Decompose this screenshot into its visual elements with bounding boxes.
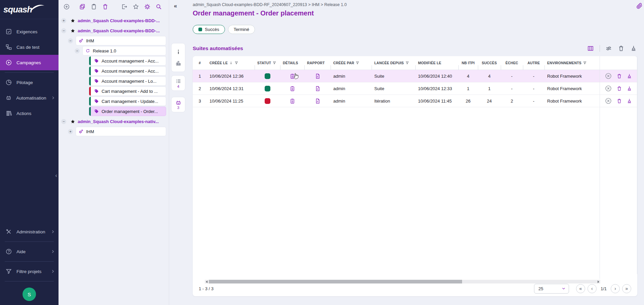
expand-toggle[interactable]: − <box>61 28 66 33</box>
sort-desc-icon[interactable] <box>229 61 233 65</box>
suite-node[interactable]: Cart management - Update... <box>89 97 166 106</box>
stop-execution-icon[interactable] <box>605 85 612 92</box>
info-icon[interactable] <box>175 49 182 55</box>
column-label: NB ITPI <box>462 61 475 65</box>
sidebar-item-campagnes[interactable]: Campagnes <box>0 55 59 70</box>
clean-row-icon[interactable] <box>627 73 632 79</box>
delete-button[interactable] <box>102 3 109 10</box>
bar-chart-icon[interactable] <box>175 60 182 66</box>
column-header-autre[interactable]: AUTRE <box>523 61 544 65</box>
sidebar-item-actions[interactable]: Actions <box>0 106 59 121</box>
paperclip-icon[interactable] <box>636 2 643 9</box>
suite-node[interactable]: Cart management - Add to ... <box>89 86 166 96</box>
stop-execution-icon[interactable] <box>605 72 612 80</box>
sidebar-item-administration[interactable]: Administration <box>0 224 59 239</box>
column-header-nb-itpi[interactable]: NB ITPI <box>458 61 478 65</box>
column-label: CRÉÉE PAR <box>333 61 354 65</box>
expand-toggle[interactable]: − <box>61 119 66 124</box>
suite-node[interactable]: Account management - Acc... <box>89 56 166 66</box>
filter-funnel-icon[interactable] <box>272 61 276 65</box>
column-header-statut[interactable]: STATUT <box>255 61 280 65</box>
suite-node[interactable]: Account management - Acc... <box>89 66 166 76</box>
table-row[interactable]: 2 10/06/2024 12:31 admin Suite 10/06/202… <box>193 82 637 95</box>
sidebar-item-filtre-projets[interactable]: Filtre projets <box>0 264 59 279</box>
clean-row-icon[interactable] <box>627 98 632 104</box>
iteration-node-release[interactable]: Release 1.0 <box>82 46 166 55</box>
column-header-modifiee-le[interactable]: MODIFIÉE LE <box>415 61 458 65</box>
add-button[interactable] <box>63 3 70 10</box>
column-label: DÉTAILS <box>283 61 298 65</box>
stop-execution-icon[interactable] <box>605 97 612 105</box>
report-file-icon[interactable] <box>315 73 320 79</box>
filter-funnel-icon[interactable] <box>234 61 238 65</box>
expand-toggle[interactable]: − <box>75 48 80 53</box>
next-page-button[interactable]: › <box>611 284 620 293</box>
column-header-lancee-depuis[interactable]: LANCÉE DEPUIS <box>372 61 415 65</box>
table-row[interactable]: 1 10/06/2024 12:36 admin Suite 10/06/202… <box>193 70 637 82</box>
expand-toggle[interactable]: + <box>61 18 66 23</box>
sidebar-item-cas-de-test[interactable]: Cas de test <box>0 39 59 55</box>
sidebar-item-pilotage[interactable]: Pilotage <box>0 75 59 90</box>
cell-num: 1 <box>193 74 207 79</box>
export-button[interactable] <box>121 3 128 10</box>
rail-executions-card[interactable]: 4 <box>171 75 185 91</box>
delete-suites-button[interactable] <box>618 45 625 52</box>
clean-row-icon[interactable] <box>627 86 632 91</box>
delete-row-icon[interactable] <box>616 86 622 91</box>
sidebar-item-aide[interactable]: Aide <box>0 244 59 259</box>
collapse-tree-button[interactable]: « <box>174 3 177 9</box>
campaign-node-ihm-2[interactable]: IHM <box>76 127 166 136</box>
cell-success: 4 <box>478 74 501 79</box>
project-label[interactable]: admin_Squash Cloud-examples-nativ... <box>78 119 159 124</box>
status-badge-succes: Succès <box>193 25 225 34</box>
rail-automation-card[interactable]: 3 <box>171 97 185 112</box>
cell-environments: Robot Framework <box>544 74 600 79</box>
delete-row-icon[interactable] <box>616 73 622 79</box>
cell-created-by: admin <box>331 74 372 79</box>
suite-node-selected[interactable]: Order management - Order... <box>89 107 166 116</box>
sidebar-collapse-handle[interactable]: ‹ <box>55 172 57 179</box>
report-file-icon[interactable] <box>315 86 320 91</box>
column-header-rapport[interactable]: RAPPORT <box>304 61 331 65</box>
columns-button[interactable] <box>587 45 594 52</box>
campaign-node-ihm[interactable]: IHM <box>76 36 166 45</box>
copy-button[interactable] <box>79 3 86 10</box>
column-header-environnements[interactable]: ENVIRONNEMENTS <box>544 61 600 65</box>
page-size-select[interactable]: 25 <box>534 284 569 294</box>
filter-funnel-icon[interactable] <box>583 61 587 65</box>
paste-button[interactable] <box>90 3 98 10</box>
project-label[interactable]: admin_Squash Cloud-examples-BDD-... <box>78 18 160 23</box>
delete-row-icon[interactable] <box>616 98 622 104</box>
status-bar <box>89 97 91 106</box>
column-label: RAPPORT <box>307 61 325 65</box>
first-page-button[interactable]: « <box>576 284 585 293</box>
column-header-num[interactable]: # <box>193 61 207 65</box>
sidebar-item-automatisation[interactable]: Automatisation <box>0 90 59 106</box>
last-page-button[interactable]: » <box>622 284 631 293</box>
column-header-echec[interactable]: ÉCHEC <box>501 61 523 65</box>
broom-icon <box>630 45 637 52</box>
favorite-button[interactable] <box>132 3 140 10</box>
project-label[interactable]: admin_Squash Cloud-examples-BDD-... <box>78 28 160 33</box>
search-button[interactable] <box>155 3 162 10</box>
clean-suites-button[interactable] <box>630 45 637 52</box>
filter-funnel-icon[interactable] <box>405 61 409 65</box>
column-header-creee-par[interactable]: CRÉÉE PAR <box>331 61 372 65</box>
filter-funnel-icon[interactable] <box>355 61 359 65</box>
details-clipboard-icon[interactable] <box>290 86 295 91</box>
sidebar-item-exigences[interactable]: Exigences <box>0 24 59 39</box>
expand-toggle[interactable]: + <box>68 129 73 134</box>
prev-page-button[interactable]: ‹ <box>588 284 597 293</box>
table-row[interactable]: 3 10/06/2024 11:25 admin Itération 10/06… <box>193 95 637 107</box>
suite-node[interactable]: Account management - Lo... <box>89 76 166 86</box>
cell-failure: - <box>501 74 523 79</box>
user-avatar[interactable]: S <box>23 288 36 301</box>
settings-button[interactable] <box>144 3 151 10</box>
column-header-succes[interactable]: SUCCÈS <box>478 61 501 65</box>
report-file-icon[interactable] <box>315 98 320 104</box>
column-header-creee-le[interactable]: CRÉÉE LE <box>207 61 255 65</box>
details-clipboard-icon[interactable] <box>290 98 295 104</box>
column-header-details[interactable]: DÉTAILS <box>280 61 304 65</box>
expand-toggle[interactable]: − <box>68 38 73 43</box>
filter-settings-button[interactable] <box>605 45 612 52</box>
